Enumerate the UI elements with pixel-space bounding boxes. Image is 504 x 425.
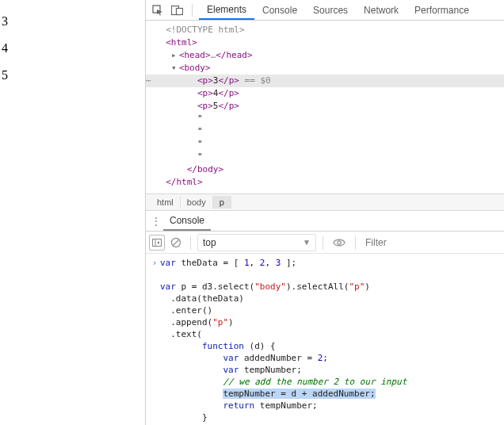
console-sidebar-toggle-icon[interactable]	[149, 235, 165, 251]
clear-console-icon[interactable]	[168, 235, 184, 251]
head-open: <head>	[179, 50, 211, 60]
console-output[interactable]: › var theData = [ 1, 2, 3 ]; var p = d3.…	[146, 254, 504, 425]
head-close: </head>	[216, 50, 252, 60]
toolbar-separator	[192, 4, 193, 17]
body-open: <body>	[179, 63, 211, 73]
tab-sources[interactable]: Sources	[305, 0, 356, 20]
selected-ref: == $0	[239, 75, 271, 86]
live-expression-icon[interactable]	[330, 238, 349, 247]
svg-line-7	[173, 239, 179, 246]
drawer-tab-console[interactable]: Console	[163, 211, 211, 231]
collapse-icon[interactable]: ▾	[171, 62, 179, 75]
dom-node[interactable]: <p>4</p>	[146, 87, 504, 100]
page-paragraph: 4	[2, 41, 145, 56]
tab-performance[interactable]: Performance	[407, 0, 477, 20]
text-node[interactable]: "	[146, 138, 504, 151]
expand-icon[interactable]: ▸	[171, 49, 179, 62]
text-node[interactable]: "	[146, 151, 504, 163]
rendered-page: 3 4 5	[0, 0, 145, 425]
svg-rect-2	[176, 8, 182, 14]
breadcrumb-html[interactable]: html	[151, 196, 181, 209]
html-open: <html>	[166, 37, 197, 48]
tab-elements[interactable]: Elements	[199, 0, 254, 20]
devtools-tabs: Elements Console Sources Network Perform…	[199, 0, 477, 20]
console-drawer-header: ⋮ Console	[146, 211, 504, 232]
devtools-panel: Elements Console Sources Network Perform…	[145, 0, 504, 425]
page-paragraph: 3	[2, 14, 145, 29]
breadcrumb: html body p	[146, 193, 504, 211]
toolbar-separator	[323, 235, 323, 250]
context-label: top	[203, 237, 216, 248]
text-node[interactable]: "	[146, 113, 504, 125]
svg-point-8	[338, 240, 341, 243]
selected-node[interactable]: <p>3</p> == $0	[146, 75, 504, 87]
console-toolbar: top ▼	[146, 232, 504, 254]
dom-node[interactable]: <p>5</p>	[146, 100, 504, 113]
svg-marker-5	[157, 241, 159, 244]
console-code: var theData = [ 1, 2, 3 ]; var p = d3.se…	[160, 257, 407, 425]
drawer-menu-icon[interactable]: ⋮	[149, 216, 163, 227]
tab-network[interactable]: Network	[356, 0, 407, 20]
elements-dom-tree[interactable]: <!DOCTYPE html> <html> ▸<head>…</head> ▾…	[146, 21, 504, 193]
page-paragraph: 5	[2, 68, 145, 82]
breadcrumb-body[interactable]: body	[181, 196, 213, 209]
devtools-toolbar: Elements Console Sources Network Perform…	[146, 0, 504, 21]
console-filter-input[interactable]	[362, 235, 501, 251]
body-close: </body>	[187, 164, 223, 174]
text-node[interactable]: "	[146, 125, 504, 138]
toolbar-separator	[190, 235, 191, 250]
device-toggle-icon[interactable]	[168, 2, 185, 19]
input-marker-icon: ›	[149, 257, 160, 425]
breadcrumb-p[interactable]: p	[213, 196, 231, 209]
html-close: </html>	[166, 177, 202, 187]
chevron-down-icon: ▼	[303, 238, 311, 247]
doctype-node: <!DOCTYPE html>	[166, 25, 244, 35]
context-select[interactable]: top ▼	[197, 234, 316, 251]
inspect-icon[interactable]	[149, 2, 166, 19]
toolbar-separator	[355, 235, 356, 250]
tab-console[interactable]: Console	[254, 0, 305, 20]
